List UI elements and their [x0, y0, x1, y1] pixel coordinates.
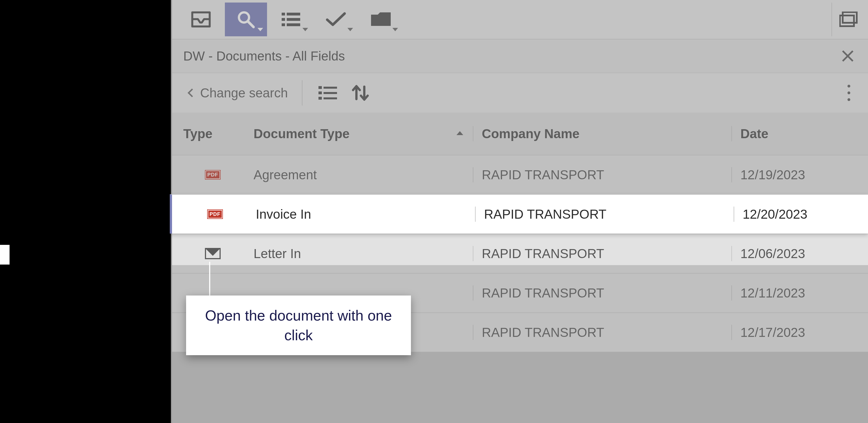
dot-icon: [847, 91, 850, 94]
windows-icon: [839, 11, 858, 27]
cell-doctype: Invoice In: [256, 206, 475, 222]
cell-type: PDF: [174, 210, 256, 218]
table-row[interactable]: Letter InRAPID TRANSPORT12/06/2023: [172, 233, 868, 273]
svg-rect-5: [287, 18, 300, 21]
more-actions-button[interactable]: [841, 82, 857, 104]
callout-tooltip: Open the document with one click: [186, 295, 411, 355]
svg-rect-16: [318, 97, 322, 100]
svg-rect-7: [287, 23, 300, 26]
list-view-button[interactable]: [270, 3, 312, 36]
cell-company: RAPID TRANSPORT: [473, 285, 732, 301]
cell-date: 12/17/2023: [732, 325, 868, 340]
title-bar: DW - Documents - All Fields: [172, 39, 868, 73]
chevron-down-icon: [393, 28, 398, 31]
col-header-type-label: Type: [183, 126, 213, 141]
chevron-down-icon: [347, 28, 353, 31]
col-header-company[interactable]: Company Name: [473, 126, 732, 141]
folder-button[interactable]: [360, 3, 402, 36]
cell-company: RAPID TRANSPORT: [473, 246, 732, 261]
svg-rect-12: [318, 86, 322, 89]
sort-button[interactable]: [349, 82, 372, 104]
col-header-date-label: Date: [740, 126, 769, 141]
inbox-button[interactable]: [180, 3, 222, 36]
cell-company: RAPID TRANSPORT: [473, 325, 732, 340]
cell-date: 12/19/2023: [732, 167, 868, 182]
col-header-date[interactable]: Date: [732, 126, 868, 141]
cell-doctype: Letter In: [253, 246, 473, 261]
table-row[interactable]: PDFAgreementRAPID TRANSPORT12/19/2023: [172, 155, 868, 194]
search-icon: [237, 10, 255, 29]
col-header-doctype-label: Document Type: [253, 126, 350, 141]
cell-date: 12/20/2023: [734, 206, 868, 222]
documents-panel: DW - Documents - All Fields Change searc…: [171, 0, 868, 423]
col-header-doctype[interactable]: Document Type: [253, 126, 473, 141]
change-search-button[interactable]: Change search: [189, 85, 288, 101]
table-row[interactable]: PDFInvoice InRAPID TRANSPORT12/20/2023: [170, 194, 868, 233]
svg-rect-15: [323, 92, 337, 94]
change-search-label: Change search: [200, 85, 288, 101]
mail-icon: [205, 248, 221, 259]
close-icon: [842, 50, 854, 62]
divider: [302, 80, 303, 106]
checkmark-icon: [326, 11, 346, 28]
table-header: Type Document Type Company Name Date: [172, 113, 868, 155]
callout-connector: [209, 262, 210, 297]
cell-date: 12/06/2023: [732, 246, 868, 261]
list-icon: [281, 11, 301, 27]
svg-rect-14: [318, 91, 322, 94]
chevron-down-icon: [303, 28, 308, 31]
columns-button[interactable]: [316, 82, 339, 104]
dot-icon: [847, 98, 850, 101]
main-toolbar: [172, 0, 868, 39]
cell-company: RAPID TRANSPORT: [475, 206, 734, 222]
cell-company: RAPID TRANSPORT: [473, 167, 732, 182]
search-button[interactable]: [225, 3, 267, 36]
chevron-left-icon: [187, 88, 196, 97]
cell-type: [172, 248, 253, 259]
action-bar: Change search: [172, 73, 868, 113]
svg-line-1: [248, 21, 253, 27]
chevron-down-icon: [257, 28, 263, 31]
sort-asc-icon: [457, 131, 463, 135]
svg-rect-2: [282, 13, 285, 16]
svg-rect-3: [287, 13, 300, 16]
close-button[interactable]: [840, 48, 856, 64]
callout-text: Open the document with one click: [205, 307, 392, 343]
col-header-type[interactable]: Type: [172, 126, 253, 141]
col-header-company-label: Company Name: [482, 126, 580, 141]
sort-arrows-icon: [351, 83, 369, 103]
left-sliver: [0, 245, 9, 264]
svg-rect-17: [323, 97, 337, 100]
dot-icon: [847, 85, 850, 87]
folder-icon: [370, 11, 392, 28]
columns-icon: [318, 85, 338, 101]
windows-button[interactable]: [832, 3, 865, 36]
cell-type: PDF: [172, 171, 253, 179]
inbox-icon: [191, 11, 211, 28]
pdf-icon: PDF: [206, 171, 220, 179]
page-title: DW - Documents - All Fields: [183, 49, 345, 64]
cell-date: 12/11/2023: [732, 285, 868, 301]
svg-rect-4: [282, 18, 285, 21]
cell-doctype: Agreement: [253, 167, 473, 182]
svg-rect-13: [323, 87, 337, 89]
pdf-icon: PDF: [208, 210, 222, 218]
tasks-button[interactable]: [315, 3, 357, 36]
svg-rect-6: [282, 23, 285, 26]
